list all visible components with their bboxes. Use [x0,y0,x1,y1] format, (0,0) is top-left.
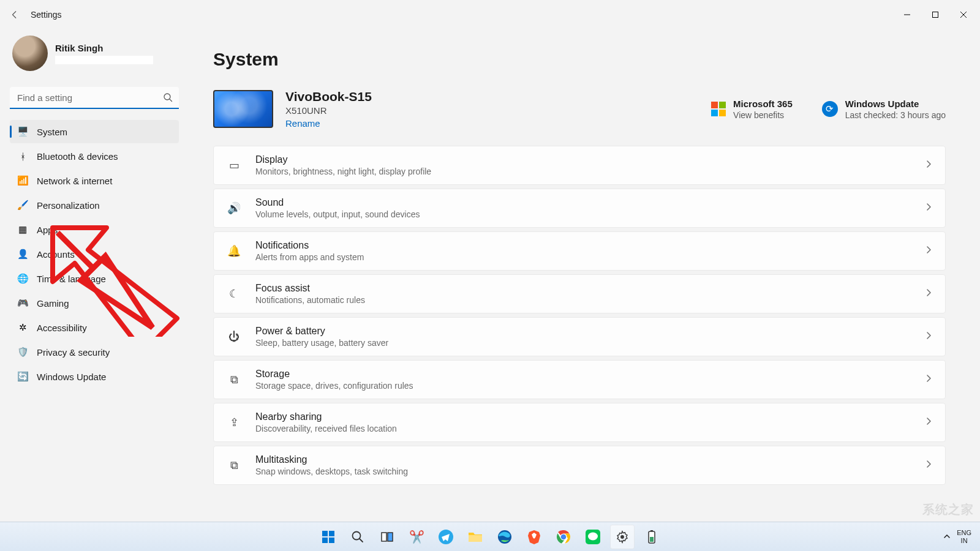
power-icon: ⏻ [226,331,242,343]
card-title: Sound [255,197,911,208]
snipping-tool-icon[interactable]: ✂️ [404,525,429,549]
user-profile[interactable]: Ritik Singh [10,34,179,72]
window-title: Settings [31,10,62,20]
device-row: VivoBook-S15 X510UNR Rename Microsoft 36… [213,89,946,129]
edge-icon[interactable] [492,525,517,549]
settings-card-storage[interactable]: ⧉StorageStorage space, drives, configura… [213,360,946,399]
svg-rect-21 [650,537,654,542]
sidebar-item-label: Windows Update [37,372,106,382]
windows-update-block[interactable]: ⟳ Windows Update Last checked: 3 hours a… [822,99,946,120]
sidebar-item-personalization[interactable]: 🖌️Personalization [10,193,179,217]
settings-card-list: ▭DisplayMonitors, brightness, night ligh… [213,146,946,485]
wu-title: Windows Update [845,99,946,109]
svg-rect-5 [322,538,328,543]
sidebar-item-label: Gaming [37,298,69,309]
settings-card-nearby[interactable]: ⇪Nearby sharingDiscoverability, received… [213,403,946,442]
settings-card-display[interactable]: ▭DisplayMonitors, brightness, night ligh… [213,146,946,185]
titlebar: Settings [0,0,980,29]
settings-card-multitask[interactable]: ⧉MultitaskingSnap windows, desktops, tas… [213,446,946,485]
file-explorer-icon[interactable] [463,525,488,549]
device-thumbnail [213,90,273,128]
chevron-right-icon [924,160,933,171]
chevron-right-icon [924,331,933,342]
svg-rect-8 [382,533,386,541]
network-icon: 📶 [17,175,28,186]
card-subtitle: Notifications, automatic rules [255,295,911,305]
search-input[interactable] [10,87,179,109]
chevron-right-icon [924,246,933,257]
svg-rect-0 [933,12,938,18]
sidebar: Ritik Singh 🖥️SystemᚼBluetooth & devices… [0,29,189,522]
settings-taskbar-icon[interactable] [610,525,635,549]
main-content: System VivoBook-S15 X510UNR Rename Micro… [189,29,980,522]
sidebar-item-label: Time & language [37,274,106,284]
svg-rect-9 [388,533,393,541]
settings-card-notifications[interactable]: 🔔NotificationsAlerts from apps and syste… [213,231,946,271]
sidebar-item-accounts[interactable]: 👤Accounts [10,242,179,266]
sidebar-item-network[interactable]: 📶Network & internet [10,169,179,192]
svg-rect-3 [322,531,328,536]
watermark: 系统之家 [922,501,974,518]
ms365-sub: View benefits [733,110,793,120]
brave-icon[interactable] [522,525,546,549]
sidebar-item-time[interactable]: 🌐Time & language [10,267,179,290]
close-button[interactable] [949,5,978,24]
multitask-icon: ⧉ [226,459,242,472]
settings-card-focus[interactable]: ☾Focus assistNotifications, automatic ru… [213,274,946,313]
maximize-button[interactable] [921,5,949,24]
sound-icon: 🔊 [226,201,242,215]
search-icon [163,92,173,105]
card-title: Power & battery [255,326,911,337]
display-icon: ▭ [226,159,242,172]
telegram-icon[interactable] [434,525,458,549]
notifications-icon: 🔔 [226,244,242,258]
sidebar-item-label: System [37,127,67,137]
battery-app-icon[interactable] [639,525,664,549]
rename-link[interactable]: Rename [285,118,372,129]
svg-rect-11 [469,535,482,542]
minimize-button[interactable] [893,5,921,24]
card-subtitle: Discoverability, received files location [255,424,911,433]
sidebar-item-privacy[interactable]: 🛡️Privacy & security [10,340,179,364]
chevron-right-icon [924,203,933,214]
card-subtitle: Monitors, brightness, night light, displ… [255,167,911,176]
task-view-button[interactable] [375,525,399,549]
start-button[interactable] [316,525,341,549]
sidebar-item-label: Personalization [37,200,100,211]
svg-rect-20 [650,530,653,531]
sidebar-item-bluetooth[interactable]: ᚼBluetooth & devices [10,144,179,168]
device-model: X510UNR [285,105,372,116]
wu-sub: Last checked: 3 hours ago [845,110,946,120]
nearby-icon: ⇪ [226,416,242,429]
settings-card-power[interactable]: ⏻Power & batterySleep, battery usage, ba… [213,317,946,356]
line-icon[interactable] [581,525,605,549]
sidebar-item-system[interactable]: 🖥️System [10,120,179,143]
svg-point-17 [588,532,598,540]
back-button[interactable] [2,2,27,27]
storage-icon: ⧉ [226,373,242,386]
sidebar-item-label: Network & internet [37,176,112,186]
sidebar-item-accessibility[interactable]: ✲Accessibility [10,316,179,339]
card-subtitle: Snap windows, desktops, task switching [255,467,911,476]
page-title: System [213,49,946,70]
card-title: Notifications [255,240,911,251]
sidebar-item-update[interactable]: 🔄Windows Update [10,365,179,388]
chevron-right-icon [924,417,933,428]
search-taskbar-button[interactable] [345,525,370,549]
chrome-icon[interactable] [551,525,576,549]
update-icon: 🔄 [17,371,28,382]
search-box[interactable] [10,87,179,109]
language-indicator[interactable]: ENG IN [957,529,971,544]
sync-icon: ⟳ [822,101,838,117]
sidebar-item-gaming[interactable]: 🎮Gaming [10,291,179,315]
chevron-right-icon [924,374,933,385]
tray-overflow-button[interactable] [943,531,951,542]
settings-card-sound[interactable]: 🔊SoundVolume levels, output, input, soun… [213,189,946,228]
sidebar-item-label: Apps [37,225,58,235]
sidebar-item-apps[interactable]: ▦Apps [10,218,179,241]
personalization-icon: 🖌️ [17,200,28,211]
gaming-icon: 🎮 [17,298,28,309]
ms365-block[interactable]: Microsoft 365 View benefits [711,99,793,120]
system-icon: 🖥️ [17,126,28,137]
card-title: Display [255,154,911,165]
